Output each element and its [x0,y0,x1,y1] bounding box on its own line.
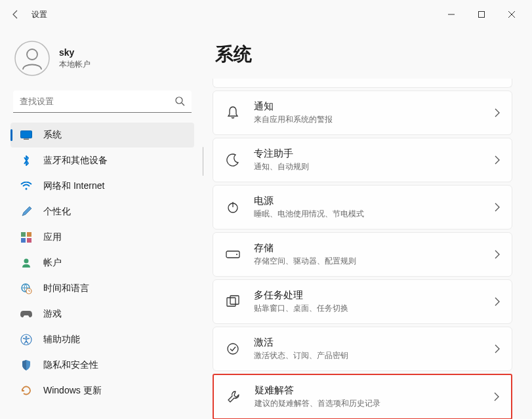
sidebar-item-label: 系统 [43,129,62,141]
multitask-icon [225,294,241,309]
search-icon [174,96,185,106]
sidebar: sky 本地帐户 系统 蓝牙和其他设备 [0,29,203,419]
svg-rect-1 [479,12,485,18]
sidebar-item-label: 辅助功能 [43,334,80,346]
svg-point-2 [15,41,49,75]
card-sub: 激活状态、订阅、产品密钥 [254,350,495,361]
minimize-icon [448,11,455,18]
sidebar-item-bluetooth[interactable]: 蓝牙和其他设备 [10,148,194,173]
svg-rect-9 [21,232,26,237]
sidebar-item-apps[interactable]: 应用 [10,225,194,250]
svg-rect-22 [227,298,235,306]
power-icon [225,199,241,215]
sidebar-item-label: 时间和语言 [43,283,89,294]
card-sub: 存储空间、驱动器、配置规则 [254,256,495,267]
sidebar-item-label: 游戏 [43,308,62,320]
card-title: 通知 [254,100,495,113]
sidebar-item-privacy[interactable]: 隐私和安全性 [10,353,194,378]
gamepad-icon [20,308,33,321]
svg-rect-7 [24,139,29,140]
svg-line-5 [182,103,184,106]
maximize-icon [478,11,485,18]
svg-point-13 [24,259,29,264]
check-circle-icon [225,341,241,357]
sidebar-item-label: 个性化 [43,206,71,218]
sidebar-item-label: Windows 更新 [43,385,102,397]
card-sub: 贴靠窗口、桌面、任务切换 [254,303,495,314]
card-title: 存储 [254,242,495,254]
svg-rect-12 [27,238,31,243]
card-activation[interactable]: 激活 激活状态、订阅、产品密钥 [213,327,512,371]
card-multitask[interactable]: 多任务处理 贴靠窗口、桌面、任务切换 [213,279,512,324]
svg-point-17 [26,336,28,338]
card-title: 专注助手 [254,148,495,160]
card-title: 多任务处理 [254,289,495,302]
chevron-right-icon [495,344,500,353]
card-focus[interactable]: 专注助手 通知、自动规则 [213,138,512,182]
card-notifications[interactable]: 通知 来自应用和系统的警报 [213,90,512,135]
back-button[interactable] [5,4,26,25]
svg-point-3 [27,49,37,60]
search-input[interactable] [13,90,192,113]
sidebar-item-accessibility[interactable]: 辅助功能 [10,327,194,352]
wrench-icon [226,389,241,405]
sidebar-item-gaming[interactable]: 游戏 [10,302,194,327]
user-sub: 本地帐户 [59,59,91,70]
chevron-right-icon [495,203,500,212]
sidebar-item-personalization[interactable]: 个性化 [10,199,194,224]
globe-clock-icon [20,282,33,295]
sidebar-item-label: 隐私和安全性 [43,359,98,371]
sidebar-item-label: 帐户 [43,257,62,269]
user-name: sky [59,47,91,58]
bell-icon [225,105,241,121]
main: 系统 通知 来自应用和系统的警报 专注助手 通知、自动规则 [203,29,532,419]
accessibility-icon [20,333,33,346]
svg-rect-23 [230,296,239,304]
svg-rect-6 [21,131,32,138]
card-partial[interactable] [213,79,512,88]
svg-rect-10 [27,232,31,237]
search-wrap [13,90,192,113]
moon-icon [225,152,241,168]
chevron-right-icon [495,250,500,259]
sidebar-item-update[interactable]: Windows 更新 [10,378,194,403]
page-title: 系统 [215,42,512,67]
card-power[interactable]: 电源 睡眠、电池使用情况、节电模式 [213,185,512,229]
chevron-right-icon [494,392,499,401]
card-title: 疑难解答 [255,384,494,397]
window-controls [436,4,527,25]
svg-point-21 [236,254,237,255]
svg-point-8 [26,188,28,190]
storage-icon [225,247,241,262]
wifi-icon [20,180,33,193]
sidebar-item-time[interactable]: 时间和语言 [10,276,194,301]
arrow-left-icon [10,9,21,20]
chevron-right-icon [495,155,500,165]
sidebar-item-label: 应用 [43,231,62,243]
close-button[interactable] [497,4,527,25]
card-sub: 通知、自动规则 [254,161,495,172]
sidebar-item-accounts[interactable]: 帐户 [10,250,194,275]
system-icon [20,129,33,142]
card-storage[interactable]: 存储 存储空间、驱动器、配置规则 [213,232,512,277]
sidebar-item-network[interactable]: 网络和 Internet [10,174,194,199]
user-block[interactable]: sky 本地帐户 [4,34,201,87]
person-icon [14,41,50,76]
titlebar: 设置 [0,0,532,29]
sidebar-item-system[interactable]: 系统 [10,123,194,148]
card-sub: 建议的疑难解答、首选项和历史记录 [255,398,494,409]
bluetooth-icon [20,154,33,167]
chevron-right-icon [495,108,500,117]
svg-point-4 [176,97,182,104]
chevron-right-icon [495,297,500,306]
maximize-button[interactable] [466,4,497,25]
close-icon [508,11,515,18]
card-troubleshoot[interactable]: 疑难解答 建议的疑难解答、首选项和历史记录 [213,374,512,419]
sidebar-item-label: 蓝牙和其他设备 [43,155,108,167]
card-title: 电源 [254,195,495,207]
sidebar-item-label: 网络和 Internet [43,180,104,192]
minimize-button[interactable] [436,4,466,25]
shield-icon [20,359,33,372]
card-sub: 睡眠、电池使用情况、节电模式 [254,209,495,220]
accounts-icon [20,256,33,269]
